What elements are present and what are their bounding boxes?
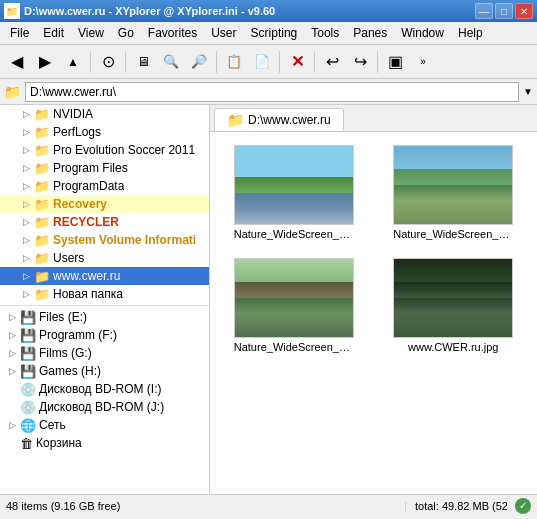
thumb-image-nature1: [235, 146, 353, 224]
expand-icon-files-e[interactable]: ▷: [4, 309, 20, 325]
file-item-nature3[interactable]: Nature_WideScreen_W...: [218, 253, 370, 358]
menu-scripting[interactable]: Scripting: [245, 24, 304, 42]
expand-icon-games-h[interactable]: ▷: [4, 363, 20, 379]
menu-favorites[interactable]: Favorites: [142, 24, 203, 42]
menu-go[interactable]: Go: [112, 24, 140, 42]
menu-edit[interactable]: Edit: [37, 24, 70, 42]
tree-item-games-h[interactable]: ▷ 💾 Games (H:): [0, 362, 209, 380]
file-item-nature4[interactable]: www.CWER.ru.jpg: [378, 253, 530, 358]
tree-item-bd-rom-i[interactable]: 💿 Дисковод BD-ROM (I:): [0, 380, 209, 398]
copy-button[interactable]: 📋: [221, 49, 247, 75]
expand-icon-users[interactable]: ▷: [18, 250, 34, 266]
file-grid: Nature_WideScreen_W... Nature_WideScreen…: [210, 132, 537, 494]
status-total-size: total: 49.82 MB (52 ✓: [415, 498, 531, 514]
status-bar: 48 items (9.16 GB free) | total: 49.82 M…: [0, 494, 537, 516]
expand-icon-www-cwer[interactable]: ▷: [18, 268, 34, 284]
expand-icon-program-files[interactable]: ▷: [18, 160, 34, 176]
menu-file[interactable]: File: [4, 24, 35, 42]
menu-help[interactable]: Help: [452, 24, 489, 42]
folder-icon-program-files: 📁: [34, 161, 50, 176]
forward-button[interactable]: ▶: [32, 49, 58, 75]
close-button[interactable]: ✕: [515, 3, 533, 19]
tree-item-pro-evolution[interactable]: ▷ 📁 Pro Evolution Soccer 2011: [0, 141, 209, 159]
folder-icon-nvidia: 📁: [34, 107, 50, 122]
expand-icon-bd-rom-i[interactable]: [4, 381, 20, 397]
search-button[interactable]: 🔍: [158, 49, 184, 75]
menu-window[interactable]: Window: [395, 24, 450, 42]
folder-icon-system-volume: 📁: [34, 233, 50, 248]
expand-icon-programm-f[interactable]: ▷: [4, 327, 20, 343]
expand-icon-bd-rom-j[interactable]: [4, 399, 20, 415]
tree-item-files-e[interactable]: ▷ 💾 Files (E:): [0, 308, 209, 326]
cdrom-icon-bd-rom-i: 💿: [20, 382, 36, 397]
file-name-nature2: Nature_WideScreen_W...: [393, 228, 513, 240]
status-items-count: 48 items (9.16 GB free): [6, 500, 396, 512]
back-button[interactable]: ◀: [4, 49, 30, 75]
expand-icon-recycle-bin[interactable]: [4, 435, 20, 451]
tree-item-recycle-bin[interactable]: 🗑 Корзина: [0, 434, 209, 452]
folder-icon-programdata: 📁: [34, 179, 50, 194]
tree-item-programdata[interactable]: ▷ 📁 ProgramData: [0, 177, 209, 195]
status-ok-icon: ✓: [515, 498, 531, 514]
tree-item-program-files[interactable]: ▷ 📁 Program Files: [0, 159, 209, 177]
expand-icon-programdata[interactable]: ▷: [18, 178, 34, 194]
more-button[interactable]: »: [410, 49, 436, 75]
tree-item-www-cwer[interactable]: ▷ 📁 www.cwer.ru: [0, 267, 209, 285]
menu-tools[interactable]: Tools: [305, 24, 345, 42]
tree-scroll[interactable]: ▷ 📁 NVIDIA ▷ 📁 PerfLogs ▷ 📁 Pro Evolutio…: [0, 105, 209, 494]
file-item-nature1[interactable]: Nature_WideScreen_W...: [218, 140, 370, 245]
menu-panes[interactable]: Panes: [347, 24, 393, 42]
address-dropdown-button[interactable]: ▼: [523, 86, 533, 97]
folder-icon-recycler: 📁: [34, 215, 50, 230]
drive-button[interactable]: 🖥: [130, 49, 156, 75]
tree-item-system-volume[interactable]: ▷ 📁 System Volume Informati: [0, 231, 209, 249]
expand-icon-recycler[interactable]: ▷: [18, 214, 34, 230]
expand-icon-pro-evolution[interactable]: ▷: [18, 142, 34, 158]
drive-icon-programm-f: 💾: [20, 328, 36, 343]
tree-label-nvidia: NVIDIA: [53, 107, 93, 121]
expand-icon-recovery[interactable]: ▷: [18, 196, 34, 212]
tree-item-recovery[interactable]: ▷ 📁 Recovery: [0, 195, 209, 213]
expand-icon-system-volume[interactable]: ▷: [18, 232, 34, 248]
paste-button[interactable]: 📄: [249, 49, 275, 75]
expand-icon-novaya[interactable]: ▷: [18, 286, 34, 302]
toolbar-sep-2: [125, 51, 126, 73]
tree-label-recycle-bin: Корзина: [36, 436, 82, 450]
expand-icon-network[interactable]: ▷: [4, 417, 20, 433]
delete-button[interactable]: ✕: [284, 49, 310, 75]
undo-button[interactable]: ↩: [319, 49, 345, 75]
tree-item-bd-rom-j[interactable]: 💿 Дисковод BD-ROM (J:): [0, 398, 209, 416]
file-panel: 📁 D:\www.cwer.ru Nature_WideScreen_W... …: [210, 105, 537, 494]
expand-icon-perflogs[interactable]: ▷: [18, 124, 34, 140]
tree-item-users[interactable]: ▷ 📁 Users: [0, 249, 209, 267]
tree-label-program-files: Program Files: [53, 161, 128, 175]
terminal-button[interactable]: ▣: [382, 49, 408, 75]
expand-icon-films-g[interactable]: ▷: [4, 345, 20, 361]
tree-item-films-g[interactable]: ▷ 💾 Films (G:): [0, 344, 209, 362]
redo-button[interactable]: ↪: [347, 49, 373, 75]
maximize-button[interactable]: □: [495, 3, 513, 19]
tree-item-perflogs[interactable]: ▷ 📁 PerfLogs: [0, 123, 209, 141]
minimize-button[interactable]: —: [475, 3, 493, 19]
tree-item-programm-f[interactable]: ▷ 💾 Programm (F:): [0, 326, 209, 344]
tree-label-programdata: ProgramData: [53, 179, 124, 193]
tree-label-novaya: Новая папка: [53, 287, 123, 301]
file-tab-active[interactable]: 📁 D:\www.cwer.ru: [214, 108, 344, 131]
tree-item-recycler[interactable]: ▷ 📁 RECYCLER: [0, 213, 209, 231]
menu-user[interactable]: User: [205, 24, 242, 42]
address-input[interactable]: [25, 82, 519, 102]
menu-bar: File Edit View Go Favorites User Scripti…: [0, 22, 537, 45]
tree-item-network[interactable]: ▷ 🌐 Сеть: [0, 416, 209, 434]
menu-view[interactable]: View: [72, 24, 110, 42]
tree-label-recovery: Recovery: [53, 197, 107, 211]
tree-item-nvidia[interactable]: ▷ 📁 NVIDIA: [0, 105, 209, 123]
home-button[interactable]: ⊙: [95, 49, 121, 75]
toolbar-sep-1: [90, 51, 91, 73]
up-button[interactable]: ▲: [60, 49, 86, 75]
find-button[interactable]: 🔎: [186, 49, 212, 75]
expand-icon-nvidia[interactable]: ▷: [18, 106, 34, 122]
thumb-image-nature2: [394, 146, 512, 224]
file-item-nature2[interactable]: Nature_WideScreen_W...: [378, 140, 530, 245]
tree-item-novaya[interactable]: ▷ 📁 Новая папка: [0, 285, 209, 303]
folder-icon-www-cwer: 📁: [34, 269, 50, 284]
